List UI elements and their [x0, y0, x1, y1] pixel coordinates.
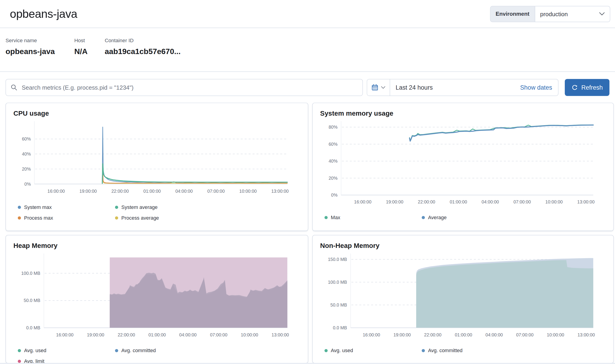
- legend-item[interactable]: System max: [18, 203, 115, 211]
- chart-title: System memory usage: [320, 110, 393, 118]
- search-box[interactable]: [5, 79, 363, 96]
- x-tick-label: 16:00:00: [354, 199, 371, 204]
- legend-label: Avg. limit: [24, 358, 44, 363]
- heap-chart-canvas[interactable]: 0.0 MB50.0 MB100.0 MB16:00:0019:00:0022:…: [6, 235, 308, 363]
- container-id-field: Container ID aab19ca1cb57e670...: [105, 37, 181, 71]
- x-tick-label: 13:00:00: [271, 189, 288, 194]
- host-value: N/A: [74, 47, 105, 56]
- legend-dot-icon: [324, 216, 328, 219]
- y-tick-label: 100.0 MB: [21, 271, 41, 276]
- legend-item[interactable]: Average: [422, 213, 519, 221]
- x-tick-label: 16:00:00: [363, 332, 380, 337]
- legend-item[interactable]: System average: [115, 203, 212, 211]
- x-tick-label: 22:00:00: [424, 332, 441, 337]
- environment-value: production: [540, 11, 568, 17]
- legend-label: System max: [24, 204, 52, 210]
- page-header: opbeans-java Environment production: [0, 0, 615, 28]
- y-tick-label: 50.0 MB: [24, 298, 41, 303]
- environment-label: Environment: [491, 6, 535, 22]
- legend-item[interactable]: Avg. used: [324, 346, 422, 354]
- service-info-band: Service name opbeans-java Host N/A Conta…: [0, 28, 615, 72]
- legend-dot-icon: [422, 216, 425, 219]
- container-id-label: Container ID: [105, 37, 181, 43]
- x-tick-label: 10:00:00: [545, 199, 563, 204]
- sysmem-legend: MaxAverage: [324, 213, 610, 224]
- y-tick-label: 40%: [22, 151, 31, 156]
- x-tick-label: 22:00:00: [418, 199, 435, 204]
- legend-item[interactable]: Process average: [115, 214, 212, 222]
- metrics-grid: CPU usage 0%20%40%60%16:00:0019:00:0022:…: [0, 96, 615, 363]
- x-tick-label: 19:00:00: [393, 332, 411, 337]
- legend-label: Avg. used: [24, 348, 46, 353]
- series-line: [102, 164, 287, 184]
- sysmem-chart-canvas[interactable]: 0%20%40%60%80%16:00:0019:00:0022:00:0001…: [313, 103, 614, 231]
- series-area: [416, 260, 593, 328]
- container-id-value: aab19ca1cb57e670...: [105, 47, 181, 56]
- x-tick-label: 13:00:00: [577, 199, 595, 204]
- system-memory-usage-panel: System memory usage 0%20%40%60%80%16:00:…: [312, 103, 614, 231]
- search-icon: [11, 84, 17, 91]
- heap-memory-panel: Heap Memory 0.0 MB50.0 MB100.0 MB16:00:0…: [5, 235, 308, 363]
- y-tick-label: 60%: [328, 142, 337, 147]
- y-tick-label: 0%: [331, 193, 337, 197]
- page-title: opbeans-java: [10, 7, 77, 20]
- legend-label: Avg. committed: [122, 348, 156, 353]
- legend-dot-icon: [18, 349, 21, 352]
- search-input[interactable]: [21, 84, 358, 91]
- legend-dot-icon: [324, 349, 328, 352]
- legend-item[interactable]: Max: [324, 213, 422, 221]
- legend-label: Process average: [122, 215, 159, 221]
- legend-dot-icon: [18, 216, 21, 219]
- x-tick-label: 19:00:00: [80, 189, 97, 194]
- metrics-toolbar: Last 24 hours Show dates Refresh: [0, 72, 615, 96]
- refresh-button[interactable]: Refresh: [565, 79, 610, 96]
- date-picker[interactable]: Last 24 hours Show dates: [367, 79, 559, 96]
- legend-label: System average: [122, 204, 158, 210]
- legend-item[interactable]: Avg. committed: [115, 346, 212, 354]
- legend-dot-icon: [18, 359, 21, 363]
- time-range-display[interactable]: Last 24 hours: [390, 84, 514, 91]
- legend-item[interactable]: Avg. limit: [18, 357, 115, 363]
- y-tick-label: 40%: [328, 158, 337, 164]
- legend-label: Process max: [24, 215, 53, 221]
- date-picker-quick-select[interactable]: [367, 79, 390, 96]
- legend-dot-icon: [422, 349, 425, 352]
- y-tick-label: 60%: [22, 136, 31, 141]
- x-tick-label: 13:00:00: [578, 332, 595, 337]
- nonheap-chart-canvas[interactable]: 0.0 MB50.0 MB100.0 MB150.0 MB16:00:0019:…: [313, 235, 614, 363]
- y-tick-label: 100.0 MB: [328, 280, 347, 285]
- y-tick-label: 20%: [22, 167, 31, 171]
- x-tick-label: 10:00:00: [241, 332, 258, 337]
- x-tick-label: 01:00:00: [143, 189, 161, 194]
- legend-label: Average: [428, 215, 447, 220]
- x-tick-label: 07:00:00: [516, 332, 533, 337]
- x-tick-label: 01:00:00: [455, 332, 472, 337]
- x-tick-label: 01:00:00: [450, 199, 467, 204]
- chevron-down-icon: [599, 12, 605, 15]
- x-tick-label: 07:00:00: [207, 189, 225, 194]
- y-tick-label: 0.0 MB: [333, 325, 347, 330]
- x-tick-label: 04:00:00: [486, 332, 503, 337]
- refresh-label: Refresh: [581, 84, 603, 91]
- x-tick-label: 19:00:00: [386, 199, 403, 204]
- legend-label: Max: [331, 215, 340, 220]
- legend-label: Avg. used: [331, 348, 353, 353]
- x-tick-label: 22:00:00: [118, 332, 135, 337]
- chevron-down-icon: [381, 86, 385, 89]
- legend-item[interactable]: Avg. committed: [422, 346, 519, 354]
- service-name-field: Service name opbeans-java: [5, 37, 74, 71]
- environment-select[interactable]: production: [535, 6, 610, 22]
- legend-item[interactable]: Avg. used: [18, 346, 115, 354]
- x-tick-label: 16:00:00: [56, 332, 73, 337]
- legend-item[interactable]: Process max: [18, 214, 115, 222]
- chart-title: Heap Memory: [14, 242, 57, 250]
- heap-legend: Avg. usedAvg. committedAvg. limit: [18, 346, 305, 363]
- series-line: [102, 127, 287, 183]
- series-line: [102, 164, 287, 183]
- y-tick-label: 20%: [328, 176, 337, 181]
- y-tick-label: 50.0 MB: [330, 302, 347, 307]
- environment-selector[interactable]: Environment production: [490, 6, 610, 22]
- service-name-value: opbeans-java: [5, 47, 74, 56]
- show-dates-button[interactable]: Show dates: [514, 84, 558, 91]
- y-tick-label: 0.0 MB: [26, 325, 41, 330]
